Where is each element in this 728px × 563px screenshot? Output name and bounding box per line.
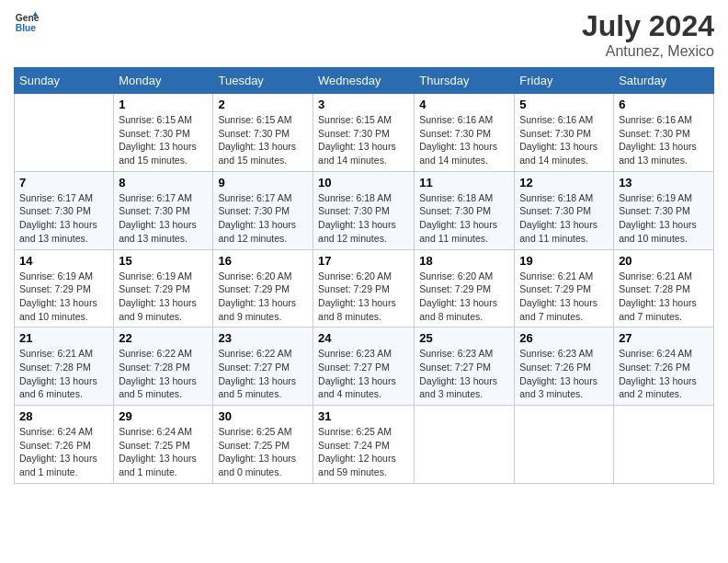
- day-info: Sunrise: 6:15 AM Sunset: 7:30 PM Dayligh…: [119, 113, 208, 167]
- day-cell: [614, 406, 714, 484]
- day-cell: 10Sunrise: 6:18 AM Sunset: 7:30 PM Dayli…: [313, 171, 415, 249]
- day-cell: 26Sunrise: 6:23 AM Sunset: 7:26 PM Dayli…: [515, 327, 614, 406]
- page-header: General Blue July 2024 Antunez, Mexico: [14, 9, 714, 60]
- day-cell: 4Sunrise: 6:16 AM Sunset: 7:30 PM Daylig…: [415, 94, 515, 172]
- day-number: 24: [318, 331, 409, 345]
- day-info: Sunrise: 6:24 AM Sunset: 7:25 PM Dayligh…: [119, 425, 208, 479]
- day-cell: 20Sunrise: 6:21 AM Sunset: 7:28 PM Dayli…: [614, 249, 714, 327]
- day-number: 3: [318, 98, 409, 111]
- header-wednesday: Wednesday: [313, 68, 415, 94]
- day-cell: 19Sunrise: 6:21 AM Sunset: 7:29 PM Dayli…: [515, 249, 614, 327]
- day-info: Sunrise: 6:18 AM Sunset: 7:30 PM Dayligh…: [419, 191, 509, 246]
- day-cell: 5Sunrise: 6:16 AM Sunset: 7:30 PM Daylig…: [515, 94, 614, 172]
- day-number: 31: [318, 409, 409, 423]
- day-number: 23: [218, 331, 308, 345]
- day-cell: 18Sunrise: 6:20 AM Sunset: 7:29 PM Dayli…: [415, 249, 515, 327]
- day-cell: 3Sunrise: 6:15 AM Sunset: 7:30 PM Daylig…: [313, 94, 415, 172]
- day-cell: 31Sunrise: 6:25 AM Sunset: 7:24 PM Dayli…: [313, 406, 415, 484]
- day-cell: 7Sunrise: 6:17 AM Sunset: 7:30 PM Daylig…: [15, 171, 114, 249]
- day-number: 10: [318, 176, 409, 190]
- day-cell: 21Sunrise: 6:21 AM Sunset: 7:28 PM Dayli…: [15, 327, 114, 406]
- day-number: 12: [519, 176, 609, 190]
- day-info: Sunrise: 6:20 AM Sunset: 7:29 PM Dayligh…: [218, 270, 308, 324]
- day-number: 15: [119, 254, 208, 268]
- day-cell: 8Sunrise: 6:17 AM Sunset: 7:30 PM Daylig…: [114, 171, 213, 249]
- day-number: 13: [619, 176, 709, 190]
- header-sunday: Sunday: [15, 68, 114, 94]
- day-info: Sunrise: 6:15 AM Sunset: 7:30 PM Dayligh…: [318, 113, 409, 167]
- day-info: Sunrise: 6:16 AM Sunset: 7:30 PM Dayligh…: [519, 113, 609, 167]
- header-friday: Friday: [515, 68, 614, 94]
- month-year-title: July 2024: [582, 9, 714, 43]
- day-number: 29: [119, 409, 208, 423]
- day-info: Sunrise: 6:21 AM Sunset: 7:29 PM Dayligh…: [519, 270, 609, 324]
- day-number: 22: [119, 331, 208, 345]
- day-number: 7: [19, 176, 108, 190]
- day-info: Sunrise: 6:19 AM Sunset: 7:29 PM Dayligh…: [19, 270, 108, 324]
- day-number: 25: [419, 331, 509, 345]
- header-saturday: Saturday: [614, 68, 714, 94]
- day-info: Sunrise: 6:21 AM Sunset: 7:28 PM Dayligh…: [619, 270, 709, 324]
- week-row-3: 14Sunrise: 6:19 AM Sunset: 7:29 PM Dayli…: [15, 249, 714, 327]
- day-number: 30: [218, 409, 308, 423]
- day-number: 17: [318, 254, 409, 268]
- header-monday: Monday: [114, 68, 213, 94]
- header-thursday: Thursday: [415, 68, 515, 94]
- day-info: Sunrise: 6:19 AM Sunset: 7:30 PM Dayligh…: [619, 191, 709, 246]
- day-number: 1: [119, 98, 208, 111]
- day-cell: 2Sunrise: 6:15 AM Sunset: 7:30 PM Daylig…: [213, 94, 313, 172]
- day-number: 19: [519, 254, 609, 268]
- day-number: 26: [519, 331, 609, 345]
- day-cell: 9Sunrise: 6:17 AM Sunset: 7:30 PM Daylig…: [213, 171, 313, 249]
- day-info: Sunrise: 6:18 AM Sunset: 7:30 PM Dayligh…: [519, 191, 609, 246]
- day-number: 16: [218, 254, 308, 268]
- day-info: Sunrise: 6:23 AM Sunset: 7:26 PM Dayligh…: [519, 347, 609, 401]
- day-cell: 23Sunrise: 6:22 AM Sunset: 7:27 PM Dayli…: [213, 327, 313, 406]
- day-cell: 13Sunrise: 6:19 AM Sunset: 7:30 PM Dayli…: [614, 171, 714, 249]
- day-cell: 15Sunrise: 6:19 AM Sunset: 7:29 PM Dayli…: [114, 249, 213, 327]
- day-cell: 30Sunrise: 6:25 AM Sunset: 7:25 PM Dayli…: [213, 406, 313, 484]
- week-row-4: 21Sunrise: 6:21 AM Sunset: 7:28 PM Dayli…: [15, 327, 714, 406]
- day-number: 20: [619, 254, 709, 268]
- week-row-5: 28Sunrise: 6:24 AM Sunset: 7:26 PM Dayli…: [15, 406, 714, 484]
- day-cell: [415, 406, 515, 484]
- day-cell: 14Sunrise: 6:19 AM Sunset: 7:29 PM Dayli…: [15, 249, 114, 327]
- day-info: Sunrise: 6:16 AM Sunset: 7:30 PM Dayligh…: [419, 113, 509, 167]
- day-number: 18: [419, 254, 509, 268]
- day-info: Sunrise: 6:18 AM Sunset: 7:30 PM Dayligh…: [318, 191, 409, 246]
- day-info: Sunrise: 6:24 AM Sunset: 7:26 PM Dayligh…: [19, 425, 108, 479]
- day-info: Sunrise: 6:22 AM Sunset: 7:28 PM Dayligh…: [119, 347, 208, 401]
- day-cell: [515, 406, 614, 484]
- day-number: 14: [19, 254, 108, 268]
- day-info: Sunrise: 6:20 AM Sunset: 7:29 PM Dayligh…: [419, 270, 509, 324]
- day-cell: 29Sunrise: 6:24 AM Sunset: 7:25 PM Dayli…: [114, 406, 213, 484]
- calendar-table: SundayMondayTuesdayWednesdayThursdayFrid…: [14, 67, 714, 484]
- week-row-1: 1Sunrise: 6:15 AM Sunset: 7:30 PM Daylig…: [15, 94, 714, 172]
- logo: General Blue: [14, 9, 40, 35]
- day-cell: 24Sunrise: 6:23 AM Sunset: 7:27 PM Dayli…: [313, 327, 415, 406]
- day-info: Sunrise: 6:23 AM Sunset: 7:27 PM Dayligh…: [419, 347, 509, 401]
- day-info: Sunrise: 6:25 AM Sunset: 7:24 PM Dayligh…: [318, 425, 409, 479]
- day-number: 28: [19, 409, 108, 423]
- day-cell: 12Sunrise: 6:18 AM Sunset: 7:30 PM Dayli…: [515, 171, 614, 249]
- day-info: Sunrise: 6:15 AM Sunset: 7:30 PM Dayligh…: [218, 113, 308, 167]
- day-number: 2: [218, 98, 308, 111]
- day-cell: 11Sunrise: 6:18 AM Sunset: 7:30 PM Dayli…: [415, 171, 515, 249]
- header-tuesday: Tuesday: [213, 68, 313, 94]
- day-number: 21: [19, 331, 108, 345]
- day-info: Sunrise: 6:17 AM Sunset: 7:30 PM Dayligh…: [19, 191, 108, 246]
- day-number: 11: [419, 176, 509, 190]
- day-cell: 6Sunrise: 6:16 AM Sunset: 7:30 PM Daylig…: [614, 94, 714, 172]
- day-info: Sunrise: 6:16 AM Sunset: 7:30 PM Dayligh…: [619, 113, 709, 167]
- day-number: 27: [619, 331, 709, 345]
- day-cell: 25Sunrise: 6:23 AM Sunset: 7:27 PM Dayli…: [415, 327, 515, 406]
- day-cell: [15, 94, 114, 172]
- title-block: July 2024 Antunez, Mexico: [582, 9, 714, 60]
- day-cell: 22Sunrise: 6:22 AM Sunset: 7:28 PM Dayli…: [114, 327, 213, 406]
- day-info: Sunrise: 6:19 AM Sunset: 7:29 PM Dayligh…: [119, 270, 208, 324]
- day-info: Sunrise: 6:20 AM Sunset: 7:29 PM Dayligh…: [318, 270, 409, 324]
- svg-text:Blue: Blue: [16, 23, 37, 33]
- day-cell: 1Sunrise: 6:15 AM Sunset: 7:30 PM Daylig…: [114, 94, 213, 172]
- day-info: Sunrise: 6:22 AM Sunset: 7:27 PM Dayligh…: [218, 347, 308, 401]
- calendar-header-row: SundayMondayTuesdayWednesdayThursdayFrid…: [15, 68, 714, 94]
